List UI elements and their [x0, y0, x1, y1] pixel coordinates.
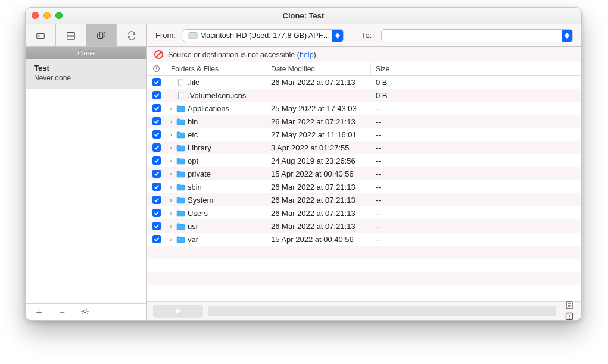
zoom-window[interactable]	[55, 12, 63, 19]
file-size: --	[371, 206, 431, 219]
file-size: --	[371, 102, 431, 115]
titlebar: Clone: Test	[26, 8, 581, 24]
file-name: Library	[188, 143, 266, 152]
sync-mode-button[interactable]	[117, 24, 146, 46]
file-name: usr	[188, 222, 266, 231]
disclosure-chevron-icon[interactable]: ›	[167, 183, 174, 190]
from-select[interactable]: Macintosh HD (Used: 177.8 GB) APFS...	[183, 29, 344, 42]
toolbar-segment	[26, 24, 147, 46]
file-name: Applications	[188, 104, 266, 113]
table-row[interactable]: ›sbin26 Mar 2022 at 07:21:13--	[147, 180, 581, 193]
task-subtitle: Never done	[34, 74, 138, 82]
row-checkbox[interactable]	[152, 143, 161, 152]
disclosure-chevron-icon[interactable]: ›	[167, 144, 174, 151]
disclosure-chevron-icon[interactable]: ›	[167, 236, 174, 243]
disclosure-chevron-icon[interactable]: ›	[167, 170, 174, 177]
svg-point-1	[39, 35, 39, 36]
file-date: 3 Apr 2022 at 01:27:55	[266, 141, 371, 154]
log-button[interactable]	[563, 300, 575, 310]
settings-button[interactable]	[80, 307, 89, 318]
row-checkbox[interactable]	[152, 117, 161, 125]
row-checkbox[interactable]	[152, 222, 161, 230]
disclosure-chevron-icon[interactable]: ›	[167, 222, 174, 230]
disclosure-chevron-icon[interactable]: ›	[167, 131, 174, 138]
table-row[interactable]: .VolumeIcon.icns0 B	[147, 89, 581, 102]
remove-task-button[interactable]: －	[57, 307, 67, 317]
table-row[interactable]: ›Applications25 May 2022 at 17:43:03--	[147, 102, 581, 115]
to-select[interactable]	[381, 29, 573, 42]
sidebar-task[interactable]: TestNever done	[26, 59, 146, 89]
svg-rect-3	[67, 36, 75, 39]
svg-line-13	[157, 52, 161, 57]
row-checkbox[interactable]	[152, 170, 161, 178]
file-size: 0 B	[371, 76, 431, 89]
folder-icon	[176, 169, 185, 178]
table-row[interactable]: ›Library3 Apr 2022 at 01:27:55--	[147, 141, 581, 154]
row-checkbox[interactable]	[152, 130, 161, 139]
file-icon	[176, 90, 185, 100]
sync-arrows-icon	[126, 30, 137, 41]
table-row[interactable]: ›Users26 Mar 2022 at 07:21:13--	[147, 206, 581, 219]
col-status[interactable]	[147, 62, 166, 75]
table-header: Folders & Files Date Modified Size	[147, 62, 581, 76]
row-checkbox[interactable]	[152, 104, 161, 112]
run-button[interactable]	[153, 305, 203, 318]
svg-point-28	[569, 318, 570, 319]
window-title: Clone: Test	[26, 11, 581, 20]
row-checkbox[interactable]	[152, 156, 161, 165]
file-name: .VolumeIcon.icns	[188, 91, 266, 100]
file-size: --	[371, 141, 431, 154]
file-size: --	[371, 128, 431, 141]
help-link[interactable]: help	[300, 51, 314, 59]
table-body: .file26 Mar 2022 at 07:21:130 B.VolumeIc…	[147, 76, 581, 301]
table-row[interactable]: ›private15 Apr 2022 at 00:40:56--	[147, 167, 581, 180]
file-name: Users	[188, 209, 266, 218]
hdd-stack-icon	[66, 30, 76, 41]
minimize-window[interactable]	[43, 12, 51, 19]
row-checkbox[interactable]	[152, 196, 161, 204]
table-row[interactable]: ›etc27 May 2022 at 11:16:01--	[147, 128, 581, 141]
disclosure-chevron-icon[interactable]: ›	[167, 209, 174, 216]
add-task-button[interactable]: ＋	[34, 307, 44, 317]
file-date: 24 Aug 2019 at 23:26:56	[266, 154, 371, 167]
row-checkbox[interactable]	[152, 235, 161, 243]
row-checkbox[interactable]	[152, 78, 161, 86]
backup-mode-button[interactable]	[26, 24, 56, 46]
sidebar-header: Clone	[26, 47, 146, 59]
clone-mode-button[interactable]	[86, 24, 117, 46]
file-name: opt	[188, 156, 266, 165]
folder-icon	[176, 195, 185, 205]
table-row[interactable]: ›var15 Apr 2022 at 00:40:56--	[147, 233, 581, 246]
svg-marker-8	[335, 36, 340, 39]
chevron-updown-icon	[562, 30, 572, 42]
col-size[interactable]: Size	[371, 62, 431, 75]
file-date: 26 Mar 2022 at 07:21:13	[266, 219, 371, 233]
hdd-icon	[35, 30, 46, 41]
table-row[interactable]: ›opt24 Aug 2019 at 23:26:56--	[147, 154, 581, 167]
main-panel: Source or destination is not accessible …	[147, 47, 581, 320]
close-window[interactable]	[32, 12, 39, 19]
col-name[interactable]: Folders & Files	[166, 62, 266, 75]
disclosure-chevron-icon[interactable]: ›	[167, 105, 174, 112]
table-row[interactable]: ›System26 Mar 2022 at 07:21:13--	[147, 193, 581, 206]
disclosure-chevron-icon[interactable]: ›	[167, 157, 174, 164]
file-name: sbin	[188, 183, 266, 192]
table-row[interactable]: .file26 Mar 2022 at 07:21:130 B	[147, 76, 581, 89]
row-checkbox[interactable]	[152, 91, 161, 99]
row-checkbox[interactable]	[152, 209, 161, 217]
file-size: --	[371, 154, 431, 167]
multi-backup-mode-button[interactable]	[56, 24, 86, 46]
play-icon	[174, 307, 182, 315]
row-checkbox[interactable]	[152, 183, 161, 191]
file-date: 25 May 2022 at 17:43:03	[266, 102, 371, 115]
table-row[interactable]: ›usr26 Mar 2022 at 07:21:13--	[147, 219, 581, 233]
errors-button[interactable]	[563, 312, 575, 321]
col-date[interactable]: Date Modified	[266, 62, 371, 75]
file-size: --	[371, 193, 431, 206]
file-name: etc	[188, 130, 266, 139]
progress-bar	[208, 306, 556, 316]
disclosure-chevron-icon[interactable]: ›	[167, 196, 174, 203]
disclosure-chevron-icon[interactable]: ›	[167, 118, 174, 125]
file-date: 15 Apr 2022 at 00:40:56	[266, 233, 371, 246]
table-row[interactable]: ›bin26 Mar 2022 at 07:21:13--	[147, 115, 581, 128]
